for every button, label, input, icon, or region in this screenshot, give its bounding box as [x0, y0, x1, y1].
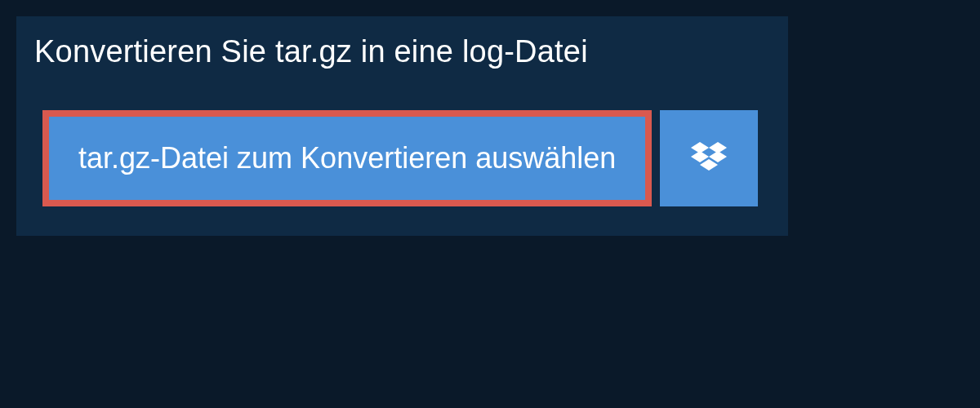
upload-button-row: tar.gz-Datei zum Konvertieren auswählen [16, 87, 788, 236]
page-title: Konvertieren Sie tar.gz in eine log-Date… [34, 34, 644, 69]
select-file-button[interactable]: tar.gz-Datei zum Konvertieren auswählen [49, 117, 645, 200]
dropbox-upload-button[interactable] [660, 110, 758, 206]
dropbox-icon [691, 142, 727, 175]
converter-panel: Konvertieren Sie tar.gz in eine log-Date… [16, 16, 788, 236]
select-file-highlight: tar.gz-Datei zum Konvertieren auswählen [42, 110, 652, 206]
title-bar: Konvertieren Sie tar.gz in eine log-Date… [16, 16, 662, 87]
select-file-label: tar.gz-Datei zum Konvertieren auswählen [78, 141, 616, 175]
